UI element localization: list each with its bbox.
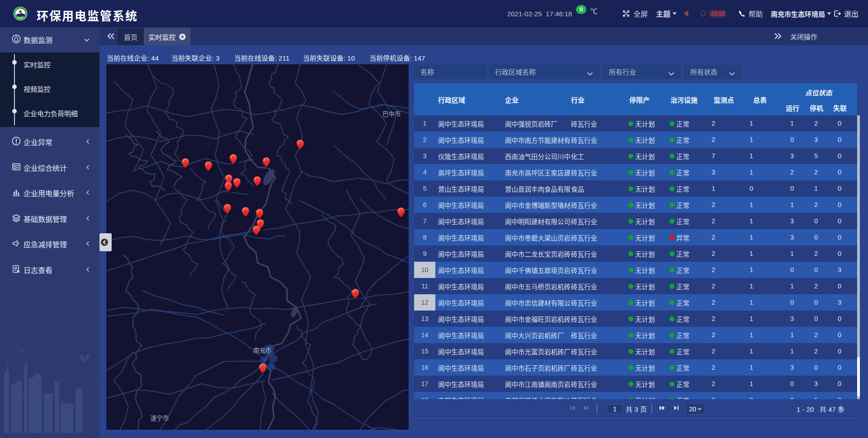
- svg-text:南充市: 南充市: [253, 347, 272, 354]
- svg-text:遂宁市: 遂宁市: [151, 414, 169, 422]
- svg-text:巴中市: 巴中市: [382, 110, 401, 118]
